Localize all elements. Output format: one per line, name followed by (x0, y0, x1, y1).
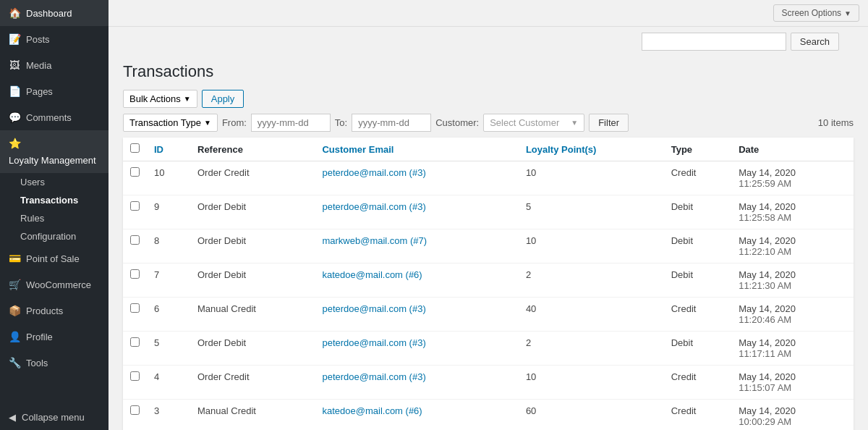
table-row: 3 Manual Credit katedoe@mail.com (#6) 60… (123, 400, 854, 431)
from-label: From: (222, 117, 247, 128)
reference-column-header: Reference (190, 138, 315, 161)
sidebar-item-label: WooCommerce (26, 279, 91, 290)
email-link[interactable]: markweb@mail.com (#7) (322, 235, 427, 246)
sidebar-item-label: Profile (26, 332, 53, 342)
sidebar-subitem-transactions[interactable]: Transactions (0, 191, 109, 209)
customer-dropdown[interactable]: Select Customer ▼ (483, 114, 584, 132)
from-date-input[interactable] (251, 114, 331, 132)
row-checkbox-cell (123, 229, 147, 264)
sidebar-item-tools[interactable]: 🔧 Tools (0, 350, 109, 376)
row-type: Debit (664, 229, 731, 264)
sidebar-item-profile[interactable]: 👤 Profile (0, 324, 109, 350)
posts-icon: 📝 (9, 33, 20, 45)
row-date: May 14, 202011:22:10 AM (731, 229, 854, 264)
row-id: 7 (147, 264, 190, 298)
email-column-header[interactable]: Customer Email (315, 138, 518, 161)
sidebar-item-posts[interactable]: 📝 Posts (0, 26, 109, 52)
sidebar-subitem-users[interactable]: Users (0, 173, 109, 191)
screen-options-button[interactable]: Screen Options ▼ (773, 4, 859, 22)
row-email: peterdoe@mail.com (#3) (315, 161, 518, 195)
row-id: 10 (147, 161, 190, 195)
row-id: 8 (147, 229, 190, 264)
sidebar-item-comments[interactable]: 💬 Comments (0, 104, 109, 130)
sidebar-item-pages[interactable]: 📄 Pages (0, 78, 109, 104)
date-column-header: Date (731, 138, 854, 161)
email-link[interactable]: peterdoe@mail.com (#3) (322, 303, 425, 314)
row-checkbox[interactable] (130, 405, 140, 415)
email-link[interactable]: peterdoe@mail.com (#3) (322, 371, 425, 382)
row-date: May 14, 202011:25:59 AM (731, 161, 854, 195)
points-column-header[interactable]: Loyalty Point(s) (519, 138, 664, 161)
sidebar-item-loyalty[interactable]: ⭐ Loyalty Management (0, 130, 109, 173)
chevron-down-icon: ▼ (184, 95, 191, 103)
row-reference: Order Debit (190, 229, 315, 264)
row-type: Debit (664, 195, 731, 229)
row-points: 40 (519, 298, 664, 332)
row-checkbox[interactable] (130, 235, 140, 245)
collapse-menu[interactable]: ◀ Collapse menu (0, 405, 109, 430)
row-checkbox[interactable] (130, 201, 140, 211)
row-points: 60 (519, 400, 664, 431)
row-checkbox[interactable] (130, 337, 140, 347)
sidebar-item-dashboard[interactable]: 🏠 Dashboard (0, 0, 109, 26)
email-link[interactable]: peterdoe@mail.com (#3) (322, 337, 425, 348)
sidebar-item-label: Tools (26, 358, 48, 368)
row-type: Debit (664, 264, 731, 298)
row-reference: Manual Credit (190, 400, 315, 431)
filter-button[interactable]: Filter (589, 114, 629, 132)
row-reference: Manual Credit (190, 298, 315, 332)
row-reference: Order Credit (190, 161, 315, 195)
row-points: 10 (519, 161, 664, 195)
apply-button[interactable]: Apply (202, 90, 244, 108)
row-checkbox[interactable] (130, 303, 140, 313)
to-date-input[interactable] (352, 114, 431, 132)
table-row: 5 Order Debit peterdoe@mail.com (#3) 2 D… (123, 332, 854, 366)
table-row: 8 Order Debit markweb@mail.com (#7) 10 D… (123, 229, 854, 264)
row-type: Credit (664, 161, 731, 195)
sidebar-subitem-configuration[interactable]: Configuration (0, 227, 109, 245)
bulk-actions-dropdown[interactable]: Bulk Actions ▼ (123, 90, 197, 108)
filter-row: Transaction Type ▼ From: To: Customer: S… (123, 114, 854, 132)
toolbar: Bulk Actions ▼ Apply (123, 90, 854, 108)
row-id: 5 (147, 332, 190, 366)
search-bar: Search (123, 27, 854, 56)
email-link[interactable]: katedoe@mail.com (#6) (322, 269, 422, 280)
row-checkbox[interactable] (130, 371, 140, 381)
id-column-header[interactable]: ID (147, 138, 190, 161)
collapse-icon: ◀ (9, 412, 16, 423)
email-link[interactable]: peterdoe@mail.com (#3) (322, 201, 425, 212)
search-input[interactable] (642, 33, 786, 51)
row-checkbox-cell (123, 332, 147, 366)
to-label: To: (335, 117, 347, 128)
row-checkbox[interactable] (130, 167, 140, 177)
search-button[interactable]: Search (791, 33, 839, 51)
sidebar-item-label: Products (26, 305, 63, 316)
table-row: 4 Order Credit peterdoe@mail.com (#3) 10… (123, 366, 854, 400)
row-checkbox-cell (123, 298, 147, 332)
row-points: 2 (519, 332, 664, 366)
row-checkbox-cell (123, 195, 147, 229)
type-column-header: Type (664, 138, 731, 161)
page-title: Transactions (123, 62, 854, 81)
sidebar-item-point-of-sale[interactable]: 💳 Point of Sale (0, 245, 109, 271)
select-all-checkbox[interactable] (130, 143, 140, 153)
sidebar-item-media[interactable]: 🖼 Media (0, 52, 109, 78)
dashboard-icon: 🏠 (9, 7, 20, 19)
sidebar-item-products[interactable]: 📦 Products (0, 298, 109, 324)
sidebar-subitem-rules[interactable]: Rules (0, 209, 109, 227)
email-link[interactable]: peterdoe@mail.com (#3) (322, 167, 425, 178)
transaction-type-dropdown[interactable]: Transaction Type ▼ (123, 114, 218, 132)
row-reference: Order Debit (190, 264, 315, 298)
row-checkbox[interactable] (130, 269, 140, 279)
row-type: Debit (664, 332, 731, 366)
sidebar-item-woocommerce[interactable]: 🛒 WooCommerce (0, 271, 109, 298)
row-checkbox-cell (123, 161, 147, 195)
media-icon: 🖼 (9, 59, 20, 71)
email-link[interactable]: katedoe@mail.com (#6) (322, 405, 422, 416)
select-all-header (123, 138, 147, 161)
sidebar-item-label: Comments (26, 112, 72, 123)
row-checkbox-cell (123, 264, 147, 298)
products-icon: 📦 (9, 305, 20, 316)
row-date: May 14, 202011:20:46 AM (731, 298, 854, 332)
woocommerce-icon: 🛒 (9, 279, 20, 290)
